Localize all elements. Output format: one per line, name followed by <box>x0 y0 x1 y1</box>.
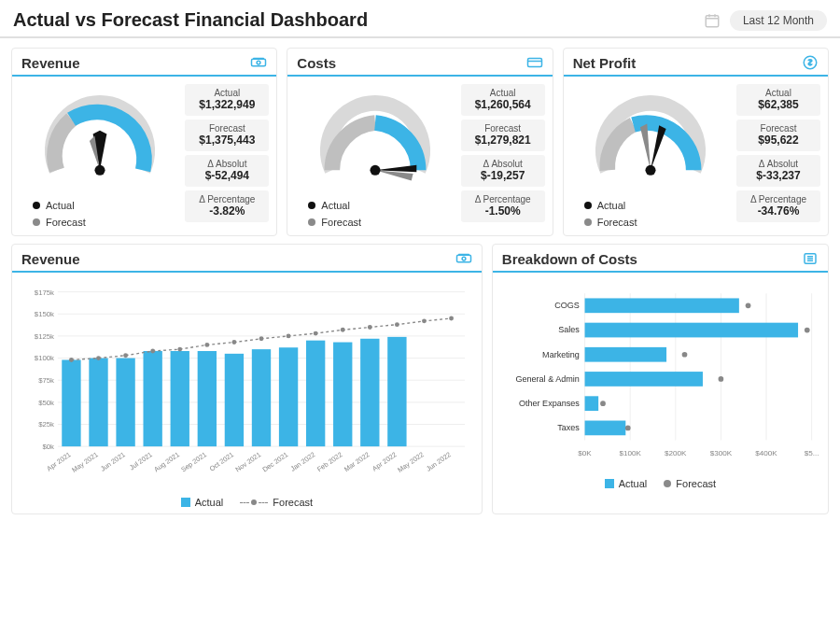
dollar-circle-icon <box>802 54 819 71</box>
svg-rect-102 <box>584 396 598 411</box>
svg-rect-105 <box>584 421 625 436</box>
svg-text:$175k: $175k <box>35 288 54 297</box>
stat-delta-abs: Δ Absolut$-19,257 <box>461 155 545 187</box>
svg-text:Apr 2021: Apr 2021 <box>45 450 72 472</box>
gauge-net-profit <box>581 84 721 196</box>
card-title: Net Profit <box>573 55 637 71</box>
legend-actual: Actual <box>195 497 224 508</box>
svg-rect-0 <box>706 15 719 26</box>
svg-rect-34 <box>62 359 80 446</box>
svg-point-103 <box>600 401 606 406</box>
svg-text:$50k: $50k <box>38 399 54 407</box>
svg-text:$0K: $0K <box>578 449 592 457</box>
legend-forecast: Forecast <box>321 217 361 228</box>
list-icon <box>802 250 819 267</box>
cost-hbar-chart: $0K$100K$200K$300K$400K$5...COGSSalesMar… <box>500 280 820 467</box>
svg-text:Sales: Sales <box>558 325 580 334</box>
card-revenue: Revenue Actual Forecast Actual$1 <box>11 48 277 236</box>
money-icon <box>250 54 267 71</box>
legend-forecast: Forecast <box>273 497 313 508</box>
svg-rect-36 <box>116 359 134 447</box>
svg-point-61 <box>449 316 454 321</box>
svg-text:Apr 2022: Apr 2022 <box>371 450 398 472</box>
card-title: Revenue <box>21 251 80 267</box>
svg-text:$400K: $400K <box>755 449 777 457</box>
svg-point-106 <box>625 426 631 431</box>
legend-sq-actual <box>605 479 614 488</box>
svg-text:Jun 2021: Jun 2021 <box>99 450 127 473</box>
svg-rect-3 <box>253 58 264 60</box>
svg-text:Other Expanses: Other Expanses <box>519 399 580 408</box>
svg-marker-9 <box>375 170 413 180</box>
card-cost-breakdown: Breakdown of Costs $0K$100K$200K$300K$40… <box>492 244 829 514</box>
svg-point-51 <box>177 347 182 352</box>
svg-point-55 <box>287 333 291 338</box>
svg-text:$100k: $100k <box>35 354 54 362</box>
charts-row: Revenue $0k$25k$50k$75k$100k$125k$150k$1… <box>0 244 840 522</box>
stat-delta-abs: Δ Absolut$-33,237 <box>736 155 820 187</box>
svg-text:May 2022: May 2022 <box>396 450 425 474</box>
card-title: Breakdown of Costs <box>502 251 637 267</box>
calendar-icon <box>704 12 721 29</box>
svg-point-2 <box>257 61 260 64</box>
svg-point-91 <box>746 302 751 308</box>
stat-forecast: Forecast$1,279,821 <box>461 120 545 151</box>
legend-dot-forecast <box>308 218 315 226</box>
svg-text:Oct 2021: Oct 2021 <box>208 450 235 472</box>
svg-point-100 <box>718 376 723 382</box>
legend-forecast: Forecast <box>676 478 716 489</box>
card-icon <box>526 54 543 71</box>
gauge-revenue <box>30 84 170 196</box>
gauge-costs <box>305 84 445 196</box>
svg-rect-17 <box>458 254 469 256</box>
svg-point-56 <box>314 331 318 336</box>
legend-forecast: Forecast <box>46 217 86 228</box>
svg-point-60 <box>422 318 427 323</box>
svg-point-14 <box>646 165 656 176</box>
chart-legend: Actual Forecast <box>493 478 828 495</box>
legend-actual: Actual <box>46 200 75 211</box>
legend-actual: Actual <box>321 200 350 211</box>
svg-text:Sep 2021: Sep 2021 <box>179 450 208 473</box>
svg-text:Mar 2022: Mar 2022 <box>343 450 371 473</box>
svg-text:Jun 2022: Jun 2022 <box>425 450 453 473</box>
card-title: Costs <box>297 55 336 71</box>
legend-actual: Actual <box>619 478 648 489</box>
svg-text:General & Admin: General & Admin <box>515 374 579 384</box>
svg-text:Feb 2022: Feb 2022 <box>315 450 343 473</box>
stat-delta-pct: Δ Percentage-34.76% <box>736 190 820 222</box>
svg-point-50 <box>150 349 155 354</box>
card-title: Revenue <box>21 55 80 71</box>
svg-point-97 <box>681 352 687 358</box>
legend-sq-actual <box>181 498 190 507</box>
svg-text:$25k: $25k <box>38 420 54 429</box>
svg-point-48 <box>96 356 101 360</box>
date-range[interactable]: Last 12 Month <box>704 10 827 31</box>
svg-text:$5...: $5... <box>805 449 819 457</box>
legend-dot-actual <box>308 202 315 209</box>
legend-dot-forecast <box>664 480 671 487</box>
legend-forecast-mark <box>240 499 268 505</box>
chart-legend: Actual Forecast <box>12 497 482 513</box>
svg-point-10 <box>370 165 380 176</box>
svg-marker-13 <box>640 123 651 170</box>
svg-point-47 <box>69 358 74 362</box>
svg-rect-99 <box>584 372 702 387</box>
svg-rect-93 <box>584 323 797 338</box>
svg-rect-37 <box>143 351 161 446</box>
svg-point-49 <box>123 353 128 358</box>
svg-text:$75k: $75k <box>38 376 54 385</box>
svg-rect-45 <box>360 339 379 446</box>
svg-rect-38 <box>171 351 189 446</box>
svg-text:$125k: $125k <box>35 332 54 341</box>
page-title: Actual vs Forecast Financial Dashboard <box>13 9 368 31</box>
svg-text:Marketing: Marketing <box>542 350 580 359</box>
svg-rect-96 <box>584 347 666 362</box>
stat-actual: Actual$62,385 <box>736 84 820 116</box>
card-costs: Costs Actual Forecast Actual$1,2 <box>287 48 553 236</box>
date-range-label: Last 12 Month <box>730 10 827 31</box>
svg-rect-44 <box>333 343 352 447</box>
svg-text:$300K: $300K <box>710 449 733 457</box>
stat-actual: Actual$1,322,949 <box>185 84 269 116</box>
svg-text:$0k: $0k <box>42 443 54 451</box>
